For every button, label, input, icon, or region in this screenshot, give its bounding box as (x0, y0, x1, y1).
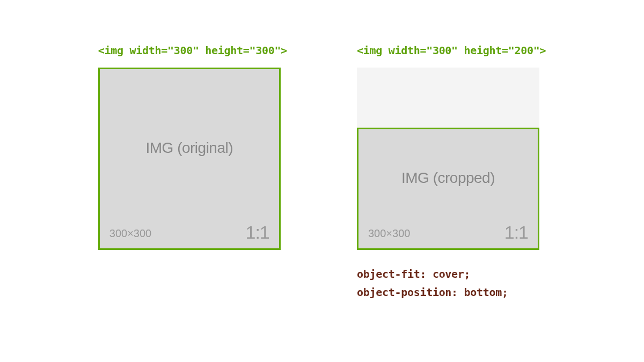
right-center-label: IMG (cropped) (401, 169, 495, 187)
right-image-box: IMG (cropped) 300×300 1:1 (357, 128, 539, 250)
left-ratio-label: 1:1 (246, 222, 269, 243)
css-footer: object-fit: cover; object-position: bott… (357, 265, 508, 301)
left-center-label: IMG (original) (145, 139, 233, 157)
left-panel: <img width="300" height="300"> IMG (orig… (98, 44, 287, 250)
right-image-wrapper: IMG (cropped) 300×300 1:1 (357, 68, 539, 250)
right-code-header: <img width="300" height="200"> (357, 44, 546, 57)
left-image-wrapper: IMG (original) 300×300 1:1 (98, 68, 281, 250)
left-image-box: IMG (original) 300×300 1:1 (98, 68, 281, 250)
right-panel: <img width="300" height="200"> IMG (crop… (357, 44, 546, 301)
css-line-2: object-position: bottom; (357, 283, 508, 301)
ghost-overflow-area (357, 68, 539, 128)
css-line-1: object-fit: cover; (357, 265, 508, 283)
left-code-header: <img width="300" height="300"> (98, 44, 287, 57)
right-ratio-label: 1:1 (504, 222, 528, 243)
right-size-label: 300×300 (368, 227, 410, 240)
left-size-label: 300×300 (109, 227, 151, 240)
